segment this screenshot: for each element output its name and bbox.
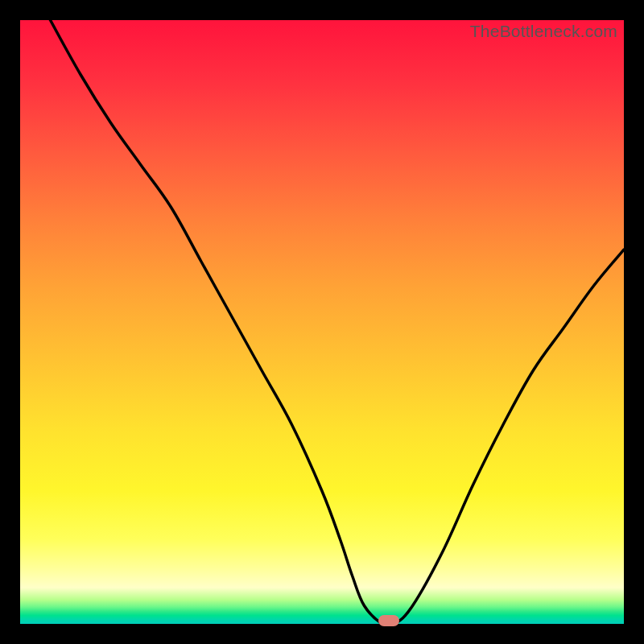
- bottleneck-curve: [20, 20, 624, 624]
- chart-plot-area: TheBottleneck.com: [20, 20, 624, 624]
- optimal-point-marker: [378, 615, 399, 626]
- chart-frame: TheBottleneck.com: [0, 0, 644, 644]
- watermark-text: TheBottleneck.com: [470, 22, 617, 41]
